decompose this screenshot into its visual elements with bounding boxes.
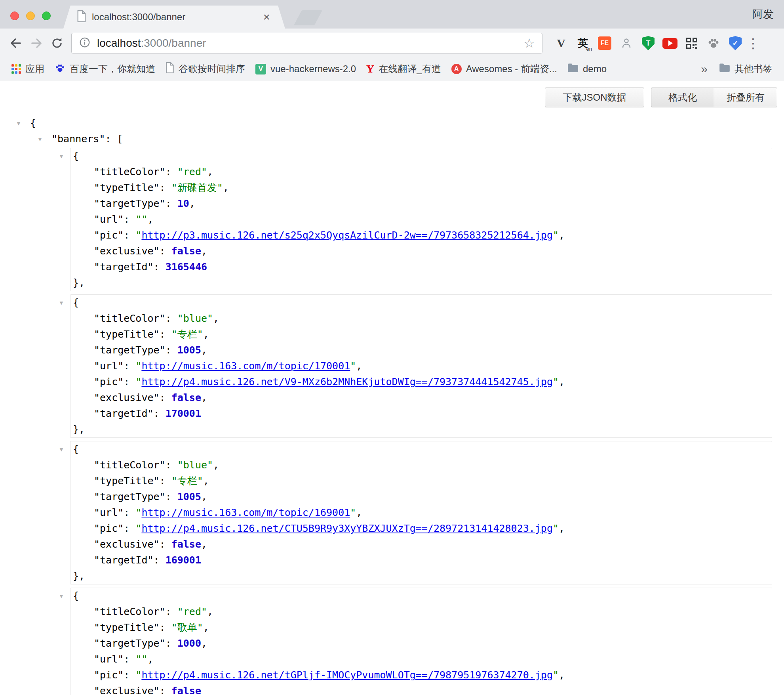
json-number: 3165446 (166, 261, 207, 273)
json-string: "" (135, 653, 147, 665)
youdao-icon: Y (366, 63, 374, 74)
collapse-triangle-icon[interactable]: ▼ (55, 295, 67, 311)
json-string: "专栏" (171, 475, 203, 487)
json-line: "typeTitle": "专栏", (70, 326, 772, 342)
collapse-triangle-icon[interactable]: ▼ (55, 148, 67, 164)
fe-extension-icon[interactable]: FE (595, 33, 615, 53)
banner-object: ▼{"titleColor": "red","typeTitle": "新碟首发… (70, 148, 772, 291)
json-key: "pic" (94, 376, 124, 388)
json-line: "typeTitle": "歌单", (70, 620, 772, 636)
window-zoom-button[interactable] (42, 11, 51, 20)
json-line: "titleColor": "red", (70, 604, 772, 620)
bookmark-label: 在线翻译_有道 (379, 63, 441, 75)
reload-icon (50, 36, 64, 50)
tab-close-icon[interactable]: × (261, 11, 272, 23)
bookmark-demo-folder[interactable]: demo (562, 61, 612, 77)
back-button[interactable] (6, 33, 26, 53)
vimium-extension-icon[interactable]: V (551, 33, 571, 53)
json-url-link[interactable]: http://p4.music.126.net/tGPljf-IMOCyPvum… (141, 669, 553, 681)
json-line: "pic": "http://p4.music.126.net/V9-MXz6b… (70, 374, 772, 390)
json-line: "targetId": 170001 (70, 406, 772, 422)
other-bookmarks[interactable]: 其他书签 (714, 61, 778, 77)
json-number: 10 (177, 198, 189, 209)
json-line: "targetId": 169001 (70, 552, 772, 568)
json-line: "exclusive": false, (70, 390, 772, 406)
json-line: "targetType": 10, (70, 196, 772, 212)
bookmark-label: 应用 (25, 63, 44, 75)
browser-menu-icon[interactable]: ⋮ (745, 35, 761, 51)
collapse-triangle-icon[interactable]: ▼ (13, 115, 25, 131)
banner-object: ▼{"titleColor": "red","typeTitle": "歌单",… (70, 588, 772, 695)
json-string: "歌单" (171, 622, 203, 633)
json-key: "targetId" (94, 261, 154, 273)
bookmarks-overflow-chevron[interactable]: » (695, 62, 714, 76)
forward-button[interactable] (26, 33, 47, 53)
shield-check-extension-icon[interactable]: ✓ (725, 33, 745, 53)
json-line: "typeTitle": "新碟首发", (70, 180, 772, 196)
new-tab-button[interactable] (294, 10, 322, 25)
json-url-link[interactable]: http://p4.music.126.net/V9-MXz6b2MNhEKju… (141, 376, 553, 388)
collapse-all-button[interactable]: 折叠所有 (714, 88, 777, 107)
json-line: "pic": "http://p4.music.126.net/CTU5B9R9… (70, 521, 772, 537)
paw-extension-icon[interactable] (704, 33, 723, 53)
json-number: 1005 (177, 491, 201, 502)
json-key: "url" (94, 360, 124, 372)
json-line: ▼{ (70, 295, 772, 311)
address-bar[interactable]: localhost:3000/banner ☆ (71, 33, 542, 53)
reload-button[interactable] (47, 33, 67, 53)
forward-arrow-icon (29, 36, 44, 50)
page-info-icon[interactable] (79, 36, 91, 50)
window-minimize-button[interactable] (26, 11, 35, 20)
bookmark-apps[interactable]: 应用 (6, 61, 49, 77)
json-boolean: false (171, 245, 201, 257)
translate-extension-icon[interactable]: 英en (573, 33, 593, 53)
json-number: 1005 (177, 344, 201, 356)
json-line: "titleColor": "blue", (70, 311, 772, 326)
bookmark-baidu[interactable]: 百度一下，你就知道 (49, 61, 160, 78)
bookmark-label: Awesomes - 前端资... (466, 63, 557, 75)
collapse-triangle-icon[interactable]: ▼ (55, 441, 67, 457)
collapse-triangle-icon[interactable]: ▼ (55, 588, 67, 604)
youtube-extension-icon[interactable] (660, 33, 680, 53)
extension-icons-row: V 英en FE T ✓ (551, 33, 745, 53)
shield-t-extension-icon[interactable]: T (638, 33, 658, 53)
tab-title: localhost:3000/banner (92, 11, 261, 23)
bookmark-awesomes[interactable]: A Awesomes - 前端资... (446, 61, 562, 77)
json-url-link[interactable]: http://music.163.com/m/topic/169001 (141, 507, 350, 518)
page-favicon-icon (77, 10, 86, 24)
json-line: "pic": "http://p4.music.126.net/tGPljf-I… (70, 667, 772, 683)
browser-tab[interactable]: localhost:3000/banner × (63, 6, 285, 29)
format-button[interactable]: 格式化 (651, 88, 714, 107)
json-key: "pic" (94, 523, 124, 534)
qr-code-extension-icon[interactable] (682, 33, 702, 53)
bookmark-label: 百度一下，你就知道 (70, 63, 155, 75)
window-close-button[interactable] (10, 11, 19, 20)
bookmark-vue-hackernews[interactable]: V vue-hackernews-2.0 (250, 61, 361, 76)
collapse-triangle-icon[interactable]: ▼ (34, 131, 46, 147)
json-string: "red" (177, 606, 207, 617)
json-boolean: false (171, 538, 201, 550)
people-extension-icon[interactable] (617, 33, 636, 53)
json-line: "titleColor": "blue", (70, 457, 772, 473)
folder-icon (719, 63, 730, 75)
json-string: "专栏" (171, 328, 203, 340)
json-url-link[interactable]: http://p3.music.126.net/s25q2x5QyqsAzilC… (141, 229, 553, 241)
bookmark-google-sort[interactable]: 谷歌按时间排序 (160, 60, 250, 78)
bookmark-youdao-translate[interactable]: Y 在线翻译_有道 (361, 61, 446, 77)
bookmark-star-icon[interactable]: ☆ (523, 36, 535, 51)
json-key: "typeTitle" (94, 328, 160, 340)
back-arrow-icon (9, 36, 23, 50)
bookmark-label: 谷歌按时间排序 (179, 63, 245, 75)
json-url-link[interactable]: http://p4.music.126.net/CTU5B9R9y3XyYBZX… (141, 523, 553, 534)
json-string: "red" (177, 166, 207, 178)
download-json-button[interactable]: 下载JSON数据 (545, 88, 644, 107)
json-url-link[interactable]: http://music.163.com/m/topic/170001 (141, 360, 350, 372)
json-tree: ▼{▼"banners": [▼{"titleColor": "red","ty… (0, 80, 784, 695)
baidu-paw-icon (55, 63, 65, 76)
json-line: ▼{ (70, 588, 772, 604)
profile-name[interactable]: 阿发 (752, 0, 774, 29)
json-key: "exclusive" (94, 245, 160, 257)
json-line: "exclusive": false (70, 683, 772, 695)
json-line: "url": "", (70, 212, 772, 227)
json-line: "pic": "http://p3.music.126.net/s25q2x5Q… (70, 227, 772, 243)
